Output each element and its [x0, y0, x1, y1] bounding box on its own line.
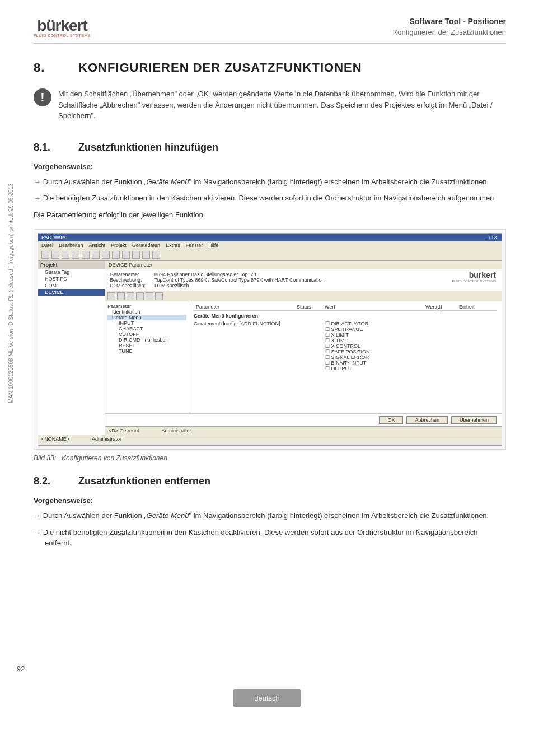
print-metadata: MAN 1000120508 ML Version: D Status: RL …	[8, 183, 14, 403]
nav-item[interactable]: Geräte Tag	[38, 269, 105, 276]
apply-button[interactable]: Übernehmen	[451, 416, 497, 424]
tree-item-selected[interactable]: Geräte Menü	[107, 315, 186, 320]
nav-item[interactable]: COM1	[38, 282, 105, 289]
ok-button[interactable]: OK	[379, 416, 403, 424]
h2-number: 8.2.	[34, 475, 56, 487]
paragraph: Die Parametrierung erfolgt in der jeweil…	[34, 209, 506, 221]
step-1: Durch Auswählen der Funktion „Geräte Men…	[34, 176, 506, 188]
step-2: Die nicht benötigten Zusatzfunktionen in…	[34, 527, 506, 549]
checkbox[interactable]: BINARY INPUT	[325, 360, 370, 366]
info-box: ! Mit den Schaltflächen „Übernehmen" ode…	[34, 88, 506, 122]
toolbar-icon[interactable]	[127, 292, 134, 300]
status-bar: <D> Getrennt Administrator	[105, 426, 502, 435]
user-role: Administrator	[162, 428, 191, 433]
button-bar: OK Abbrechen Übernehmen	[105, 413, 502, 426]
toolbar-icon[interactable]	[102, 251, 110, 259]
logo-text: bürkert	[37, 17, 87, 35]
step-2: Die benötigten Zusatzfunktionen in den K…	[34, 193, 506, 204]
tree-item[interactable]: RESET	[107, 343, 186, 348]
toolbar-icon[interactable]	[92, 251, 100, 259]
toolbar	[38, 249, 502, 261]
project-name: <NONAME>	[41, 436, 69, 442]
tree-item[interactable]: CHARACT	[107, 326, 186, 332]
toolbar-icon[interactable]	[155, 292, 163, 300]
exclamation-icon: !	[34, 88, 51, 106]
toolbar-icon[interactable]	[132, 251, 140, 259]
checkbox[interactable]: OUTPUT	[325, 366, 370, 371]
figure-caption: Bild 33: Konfigurieren von Zusatzfunktio…	[34, 454, 506, 462]
toolbar-icon[interactable]	[107, 292, 115, 300]
header-subtitle: Konfigurieren der Zusatzfunktionen	[393, 28, 506, 36]
menubar[interactable]: Datei Bearbeiten Ansicht Projekt Geräted…	[38, 241, 502, 249]
tree-item[interactable]: TUNE	[107, 348, 186, 354]
menu-item[interactable]: Fenster	[186, 242, 203, 248]
heading-81: 8.1. Zusatzfunktionen hinzufügen	[34, 142, 506, 153]
page-header: bürkert FLUID CONTROL SYSTEMS Software T…	[34, 17, 506, 44]
tree-item[interactable]: INPUT	[107, 320, 186, 326]
tree-item[interactable]: CUTOFF	[107, 332, 186, 337]
info-text: Mit den Schaltflächen „Übernehmen" oder …	[58, 88, 506, 122]
toolbar-icon[interactable]	[122, 251, 130, 259]
connection-status: <D> Getrennt	[109, 428, 139, 433]
checkbox[interactable]: X.CONTROL	[325, 343, 370, 349]
h2-text: Zusatzfunktionen hinzufügen	[78, 142, 218, 153]
param-columns: Parameter Status Wert Wert(d) Einheit	[194, 304, 497, 311]
menu-item[interactable]: Projekt	[111, 242, 127, 248]
screenshot-figure: PACTware _ □ ✕ Datei Bearbeiten Ansicht …	[34, 229, 506, 450]
window-controls[interactable]: _ □ ✕	[485, 235, 498, 240]
device-info: Gerätename: Beschreibung: DTM spezifisch…	[105, 269, 502, 291]
step-1: Durch Auswählen der Funktion „Geräte Men…	[34, 510, 506, 521]
parameter-tree: Parameter Identifikation Geräte Menü INP…	[105, 301, 189, 413]
toolbar-icon[interactable]	[62, 251, 69, 259]
checkbox[interactable]: SAFE POSITION	[325, 349, 370, 354]
toolbar-icon[interactable]	[82, 251, 90, 259]
cancel-button[interactable]: Abbrechen	[406, 416, 448, 424]
titlebar: PACTware _ □ ✕	[38, 234, 502, 241]
toolbar-icon[interactable]	[72, 251, 79, 259]
toolbar-icon[interactable]	[152, 251, 160, 259]
menu-item[interactable]: Gerätedaten	[132, 242, 160, 248]
logo: bürkert FLUID CONTROL SYSTEMS	[34, 17, 91, 38]
parameter-panel: Parameter Status Wert Wert(d) Einheit Ge…	[189, 301, 502, 413]
h2-number: 8.1.	[34, 142, 56, 153]
checkbox[interactable]: SPLITRANGE	[325, 326, 370, 332]
logo-subtitle: FLUID CONTROL SYSTEMS	[34, 34, 91, 38]
heading-82: 8.2. Zusatzfunktionen entfernen	[34, 475, 506, 487]
tree-item[interactable]: Identifikation	[107, 309, 186, 315]
toolbar-icon[interactable]	[146, 292, 153, 300]
heading-1: 8. KONFIGURIEREN DER ZUSATZFUNKTIONEN	[34, 60, 506, 75]
checkbox[interactable]: SIGNAL ERROR	[325, 354, 370, 360]
menu-item[interactable]: Extras	[166, 242, 180, 248]
tree-root[interactable]: Parameter	[107, 304, 186, 309]
toolbar-icon[interactable]	[112, 251, 120, 259]
sub-toolbar	[105, 291, 502, 301]
tree-item[interactable]: DIR.CMD - nur lesbar	[107, 337, 186, 343]
param-label: Gerätemenü konfig. [ADD.FUNCTION]	[194, 321, 314, 371]
checkbox[interactable]: DIR.ACTUATOR	[325, 321, 370, 326]
h2-text: Zusatzfunktionen entfernen	[78, 475, 210, 487]
menu-item[interactable]: Datei	[41, 242, 53, 248]
toolbar-icon[interactable]	[136, 292, 144, 300]
toolbar-icon[interactable]	[51, 251, 59, 259]
app-status-bar: <NONAME> Administrator	[38, 435, 502, 443]
h1-text: KONFIGURIEREN DER ZUSATZFUNKTIONEN	[78, 60, 362, 75]
menu-item[interactable]: Hilfe	[208, 242, 218, 248]
menu-item[interactable]: Ansicht	[89, 242, 106, 248]
checkbox-list: DIR.ACTUATOR SPLITRANGE X.LIMIT X.TIME X…	[325, 321, 370, 371]
procedure-label: Vorgehensweise:	[34, 162, 506, 171]
toolbar-icon[interactable]	[117, 292, 125, 300]
toolbar-icon[interactable]	[41, 251, 49, 259]
checkbox[interactable]: X.TIME	[325, 338, 370, 343]
nav-item[interactable]: HOST PC	[38, 276, 105, 282]
checkbox[interactable]: X.LIMIT	[325, 332, 370, 338]
project-panel: Projekt Geräte Tag HOST PC COM1 DEVICE	[38, 261, 105, 435]
device-tab[interactable]: DEVICE Parameter	[105, 261, 502, 269]
page-number: 92	[17, 665, 25, 673]
toolbar-icon[interactable]	[142, 251, 150, 259]
nav-item-selected[interactable]: DEVICE	[38, 289, 105, 296]
app-title: PACTware	[41, 235, 65, 240]
h1-number: 8.	[34, 60, 50, 75]
vendor-logo: burkert FLUID CONTROL SYSTEMS	[452, 270, 496, 283]
project-header: Projekt	[38, 261, 105, 269]
menu-item[interactable]: Bearbeiten	[59, 242, 83, 248]
